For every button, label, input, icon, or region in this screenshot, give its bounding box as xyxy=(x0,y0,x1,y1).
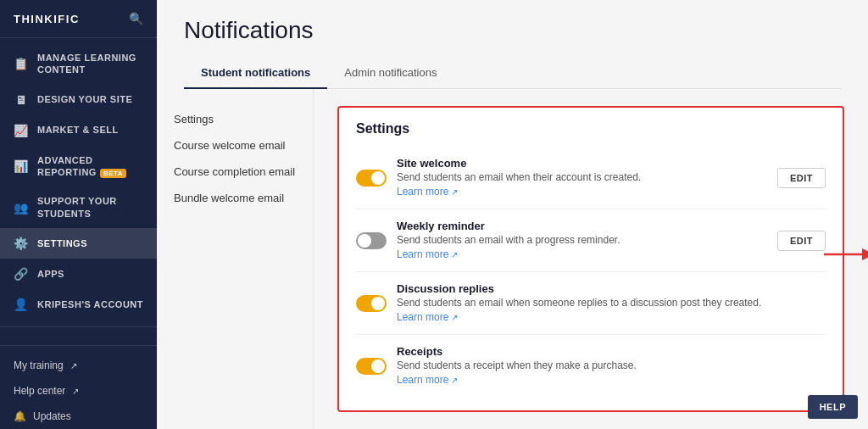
sidebar-bottom-my-training[interactable]: My training ↗ xyxy=(0,353,157,378)
sidebar-item-label: Kripesh's Account xyxy=(37,298,143,310)
discussion-replies-desc: Send students an email when someone repl… xyxy=(397,297,826,309)
weekly-reminder-edit-button[interactable]: EDIT xyxy=(777,231,826,251)
app-name: THINKIFIC xyxy=(14,13,80,25)
external-link-icon: ↗ xyxy=(72,387,79,396)
left-nav: Settings Course welcome email Course com… xyxy=(157,89,314,429)
receipts-desc: Send students a receipt when they make a… xyxy=(397,359,826,371)
discussion-replies-learn-more[interactable]: Learn more xyxy=(397,311,458,323)
sidebar-item-label: Settings xyxy=(37,237,87,249)
sidebar-item-label: Market & Sell xyxy=(37,124,119,136)
updates-label: Updates xyxy=(33,410,71,422)
sidebar-item-label: Manage Learning Content xyxy=(37,52,143,76)
site-welcome-toggle[interactable] xyxy=(356,170,387,187)
sidebar-logo: THINKIFIC 🔍 xyxy=(0,0,157,38)
tab-admin-notifications[interactable]: Admin notifications xyxy=(327,58,453,89)
sidebar-item-label: Apps xyxy=(37,268,64,280)
svg-marker-1 xyxy=(862,248,868,260)
sidebar-divider xyxy=(0,326,157,327)
site-welcome-title: Site welcome xyxy=(397,157,777,170)
sidebar-bottom: My training ↗ Help center ↗ 🔔 Updates xyxy=(0,333,157,429)
notification-row-weekly-reminder: Weekly reminder Send students an email w… xyxy=(356,209,826,272)
sidebar: THINKIFIC 🔍 📋 Manage Learning Content 🖥 … xyxy=(0,0,157,429)
sidebar-bottom-updates[interactable]: 🔔 Updates xyxy=(0,404,157,429)
help-button[interactable]: HELP xyxy=(808,395,858,419)
main-body: Settings Course welcome email Course com… xyxy=(157,89,868,429)
left-nav-settings[interactable]: Settings xyxy=(157,106,313,132)
discussion-replies-toggle[interactable] xyxy=(356,295,387,312)
receipts-toggle[interactable] xyxy=(356,358,387,375)
content-area: Settings Site welcome Send students an e… xyxy=(314,89,868,429)
advanced-reporting-icon: 📊 xyxy=(14,159,29,173)
weekly-reminder-toggle[interactable] xyxy=(356,232,387,249)
weekly-reminder-desc: Send students an email with a progress r… xyxy=(397,234,777,246)
discussion-replies-title: Discussion replies xyxy=(397,282,826,295)
main-content: Notifications Student notifications Admi… xyxy=(157,0,868,429)
sidebar-item-settings[interactable]: ⚙️ Settings xyxy=(0,228,157,259)
notification-row-receipts: Receipts Send students a receipt when th… xyxy=(356,335,826,397)
receipts-info: Receipts Send students a receipt when th… xyxy=(397,345,826,387)
account-icon: 👤 xyxy=(14,298,29,311)
help-center-label: Help center xyxy=(14,385,65,397)
sidebar-item-advanced-reporting[interactable]: 📊 Advanced ReportingBETA xyxy=(0,146,157,187)
tabs: Student notifications Admin notification… xyxy=(184,58,841,89)
settings-box-title: Settings xyxy=(356,121,826,136)
sidebar-item-account[interactable]: 👤 Kripesh's Account xyxy=(0,289,157,320)
site-welcome-info: Site welcome Send students an email when… xyxy=(397,157,777,198)
discussion-replies-info: Discussion replies Send students an emai… xyxy=(397,282,826,324)
weekly-reminder-title: Weekly reminder xyxy=(397,220,777,232)
settings-icon: ⚙️ xyxy=(14,237,29,250)
sidebar-item-market-sell[interactable]: 📈 Market & Sell xyxy=(0,115,157,146)
notification-row-site-welcome: Site welcome Send students an email when… xyxy=(356,147,826,209)
sidebar-item-apps[interactable]: 🔗 Apps xyxy=(0,259,157,289)
sidebar-item-label: Advanced ReportingBETA xyxy=(37,154,143,179)
settings-box: Settings Site welcome Send students an e… xyxy=(337,106,844,412)
left-nav-course-welcome[interactable]: Course welcome email xyxy=(157,132,313,159)
main-header: Notifications Student notifications Admi… xyxy=(157,0,868,89)
sidebar-item-label: Design Your Site xyxy=(37,93,132,105)
sidebar-item-design-site[interactable]: 🖥 Design Your Site xyxy=(0,85,157,115)
beta-badge: BETA xyxy=(100,169,126,178)
my-training-label: My training xyxy=(14,359,64,371)
page-title: Notifications xyxy=(184,17,841,44)
site-welcome-desc: Send students an email when their accoun… xyxy=(397,171,777,183)
tab-student-notifications[interactable]: Student notifications xyxy=(184,58,327,89)
search-icon[interactable]: 🔍 xyxy=(129,12,143,25)
left-nav-bundle-welcome[interactable]: Bundle welcome email xyxy=(157,185,313,211)
market-sell-icon: 📈 xyxy=(14,124,29,137)
sidebar-item-label: Support Your Students xyxy=(37,195,143,220)
sidebar-item-support-students[interactable]: 👥 Support Your Students xyxy=(0,187,157,228)
notification-row-discussion-replies: Discussion replies Send students an emai… xyxy=(356,272,826,335)
sidebar-bottom-help-center[interactable]: Help center ↗ xyxy=(0,378,157,404)
manage-learning-icon: 📋 xyxy=(14,57,29,70)
sidebar-divider-bottom xyxy=(0,345,157,346)
design-site-icon: 🖥 xyxy=(14,93,29,107)
weekly-reminder-info: Weekly reminder Send students an email w… xyxy=(397,220,777,261)
receipts-title: Receipts xyxy=(397,345,826,358)
site-welcome-edit-button[interactable]: EDIT xyxy=(777,168,826,188)
external-link-icon: ↗ xyxy=(70,361,77,370)
support-students-icon: 👥 xyxy=(14,201,29,214)
sidebar-nav: 📋 Manage Learning Content 🖥 Design Your … xyxy=(0,38,157,333)
left-nav-course-completion[interactable]: Course completion email xyxy=(157,159,313,185)
receipts-learn-more[interactable]: Learn more xyxy=(397,374,458,386)
bell-icon: 🔔 xyxy=(14,410,26,422)
apps-icon: 🔗 xyxy=(14,267,29,281)
sidebar-item-manage-learning[interactable]: 📋 Manage Learning Content xyxy=(0,43,157,85)
site-welcome-learn-more[interactable]: Learn more xyxy=(397,186,458,198)
weekly-reminder-learn-more[interactable]: Learn more xyxy=(397,248,458,260)
